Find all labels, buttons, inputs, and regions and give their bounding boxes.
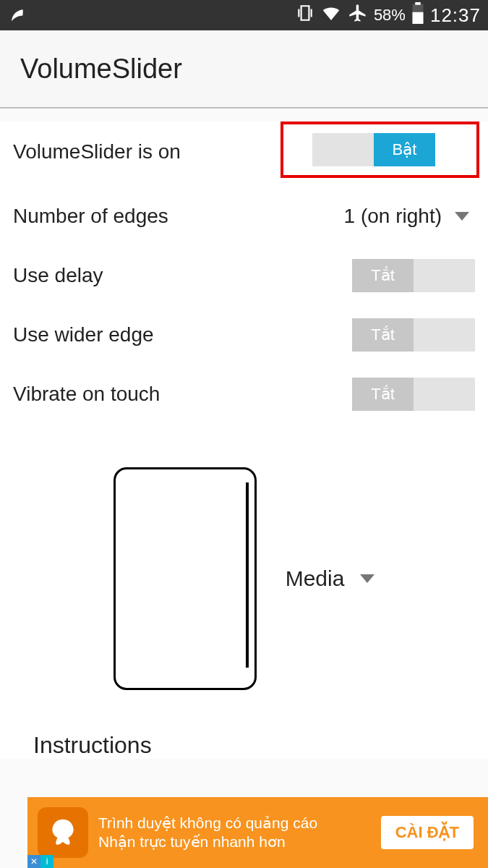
chevron-down-icon [360,574,374,583]
airplane-icon [348,3,368,27]
svg-rect-1 [412,12,423,24]
ad-install-button[interactable]: CÀI ĐẶT [380,814,475,851]
enabled-toggle[interactable]: Bật [312,133,435,166]
leaf-icon [7,2,29,28]
edges-dropdown[interactable]: 1 (on right) [344,205,475,228]
toggle-on-label [414,259,475,292]
delay-toggle[interactable]: Tắt [352,259,475,292]
ad-app-icon [38,807,88,858]
ad-info-icon[interactable]: i [40,855,53,868]
settings-panel: Bật VolumeSlider is on Number of edges 1… [0,122,488,759]
app-title: VolumeSlider [20,54,182,85]
instructions-heading: Instructions [13,732,475,759]
edge-indicator-right [246,482,249,668]
wider-label: Use wider edge [13,323,352,346]
preview-area: Media [13,467,475,719]
vibrate-icon [296,4,314,27]
ad-banner[interactable]: Trình duyệt không có quảng cáo Nhận trực… [27,797,488,868]
vibrate-toggle[interactable]: Tắt [352,378,475,411]
toggle-off-label: Tắt [352,378,414,411]
toggle-on-label: Bật [374,133,435,166]
highlight-box: Bật [281,122,479,178]
phone-preview [114,467,257,690]
toggle-off-label: Tắt [352,318,414,352]
delay-label: Use delay [13,264,352,287]
vibrate-label: Vibrate on touch [13,383,352,406]
adchoices[interactable]: ✕ i [27,855,53,868]
ad-line2: Nhận trực tuyến nhanh hơn [98,833,380,851]
svg-rect-2 [415,2,421,5]
toggle-on-label [414,318,475,352]
edges-label: Number of edges [13,205,344,228]
battery-percentage: 58% [374,6,406,25]
chevron-down-icon [455,212,469,221]
stream-dropdown[interactable]: Media [286,566,375,591]
toggle-off-label: Tắt [352,259,414,292]
ad-close-icon[interactable]: ✕ [27,855,40,868]
stream-value: Media [286,566,345,591]
status-clock: 12:37 [430,4,481,27]
ad-text: Trình duyệt không có quảng cáo Nhận trực… [98,814,380,852]
wider-toggle[interactable]: Tắt [352,318,475,352]
status-bar: 58% 12:37 [0,0,488,30]
ad-line1: Trình duyệt không có quảng cáo [98,814,380,833]
toggle-off-label [312,133,374,166]
app-bar: VolumeSlider [0,30,488,109]
toggle-on-label [414,378,475,411]
wifi-icon [320,2,342,28]
battery-icon [411,2,424,28]
edges-value: 1 (on right) [344,205,442,228]
